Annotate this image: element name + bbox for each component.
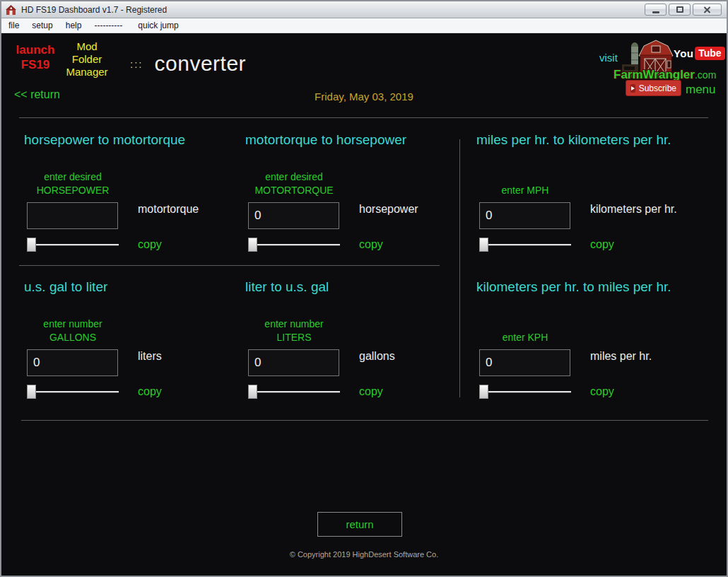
converter-section: motortorque to horsepower enter desired …: [241, 132, 457, 265]
divider-middle-left: [19, 265, 440, 266]
copy-link[interactable]: copy: [590, 385, 614, 398]
copy-link[interactable]: copy: [359, 385, 383, 398]
page-title-block: ::: converter: [130, 48, 246, 79]
maximize-icon: [676, 6, 683, 13]
menu-help[interactable]: help: [60, 19, 88, 32]
minimize-icon: [652, 11, 659, 13]
slider-thumb[interactable]: [248, 238, 257, 252]
converter-prompt-label: enter desired HORSEPOWER: [27, 165, 119, 197]
menu-bar: file setup help ---------- quick jump: [1, 18, 727, 33]
converter-prompt-label: enter MPH: [479, 165, 571, 197]
maximize-button[interactable]: [669, 4, 691, 16]
converter-output-label: miles per hr.: [590, 350, 652, 363]
converter-output-label: motortorque: [138, 203, 199, 216]
slider-track[interactable]: [479, 391, 571, 393]
slider-thumb[interactable]: [479, 238, 488, 252]
converter-section: u.s. gal to liter enter number GALLONS l…: [20, 279, 235, 412]
menu-separator: ----------: [88, 19, 128, 32]
menu-setup[interactable]: setup: [26, 19, 58, 32]
slider-track[interactable]: [27, 244, 119, 246]
youtube-tube-badge: Tube: [695, 47, 724, 60]
slider-track[interactable]: [248, 244, 340, 246]
app-window: HD FS19 Dashboard v1.7 - Registered file…: [0, 0, 728, 577]
converter-page: launch FS19 Mod Folder Manager ::: conve…: [1, 33, 727, 576]
converter-title: u.s. gal to liter: [24, 279, 107, 295]
slider-thumb[interactable]: [27, 385, 36, 399]
current-date: Friday, May 03, 2019: [1, 91, 727, 103]
converter-section: liter to u.s. gal enter number LITERS ga…: [241, 279, 457, 412]
converter-output-label: kilometers per hr.: [590, 203, 677, 216]
converter-title: motortorque to horsepower: [245, 132, 406, 148]
converter-slider[interactable]: [27, 238, 119, 252]
copy-link[interactable]: copy: [138, 238, 162, 251]
converter-output-label: liters: [138, 350, 162, 363]
window-title: HD FS19 Dashboard v1.7 - Registered: [21, 5, 645, 15]
app-barn-icon: [5, 4, 17, 16]
copyright-text: © Copyright 2019 HighDesert Software Co.: [1, 550, 727, 559]
converter-prompt-label: enter number LITERS: [248, 312, 340, 344]
converter-value-input[interactable]: [248, 349, 339, 376]
converter-prompt-label: enter KPH: [479, 312, 571, 344]
converter-slider[interactable]: [248, 238, 340, 252]
divider-top: [19, 117, 708, 118]
title-bar: HD FS19 Dashboard v1.7 - Registered: [1, 1, 727, 18]
mod-folder-manager-link[interactable]: Mod Folder Manager: [65, 40, 109, 78]
copy-link[interactable]: copy: [590, 238, 614, 251]
slider-track[interactable]: [27, 391, 119, 393]
return-button[interactable]: return: [317, 512, 402, 537]
slider-thumb[interactable]: [248, 385, 257, 399]
divider-bottom: [21, 420, 708, 421]
converter-prompt-label: enter number GALLONS: [27, 312, 119, 344]
menu-quick-jump[interactable]: quick jump: [132, 19, 184, 32]
close-button[interactable]: [693, 4, 722, 16]
converter-section: kilometers per hr. to miles per hr. ente…: [472, 279, 723, 412]
converter-value-input[interactable]: [479, 349, 570, 376]
converter-title: miles per hr. to kilometers per hr.: [476, 132, 671, 148]
converter-value-input[interactable]: [27, 349, 118, 376]
page-title: converter: [155, 52, 247, 76]
converter-slider[interactable]: [27, 385, 119, 399]
converter-slider[interactable]: [479, 238, 571, 252]
page-title-prefix: :::: [130, 58, 143, 70]
converter-value-input[interactable]: [27, 202, 118, 229]
minimize-button[interactable]: [645, 4, 667, 16]
converter-title: kilometers per hr. to miles per hr.: [476, 279, 671, 295]
converter-slider[interactable]: [248, 385, 340, 399]
slider-thumb[interactable]: [479, 385, 488, 399]
converter-output-label: gallons: [359, 350, 395, 363]
menu-file[interactable]: file: [3, 19, 25, 32]
copy-link[interactable]: copy: [359, 238, 383, 251]
converter-section: horsepower to motortorque enter desired …: [20, 132, 235, 265]
close-icon: [703, 6, 711, 13]
converter-title: liter to u.s. gal: [245, 279, 329, 295]
converter-value-input[interactable]: [479, 202, 570, 229]
divider-vertical: [459, 139, 460, 397]
converter-slider[interactable]: [479, 385, 571, 399]
slider-track[interactable]: [248, 391, 340, 393]
converter-prompt-label: enter desired MOTORTORQUE: [248, 165, 340, 197]
farmwrangler-suffix: .com: [695, 69, 716, 81]
converter-section: miles per hr. to kilometers per hr. ente…: [472, 132, 723, 265]
youtube-logo: You Tube: [674, 47, 725, 60]
slider-thumb[interactable]: [27, 238, 36, 252]
copy-link[interactable]: copy: [138, 385, 162, 398]
visit-label: visit: [599, 52, 618, 64]
converter-value-input[interactable]: [248, 202, 339, 229]
youtube-you-text: You: [674, 47, 693, 59]
slider-track[interactable]: [479, 244, 571, 246]
launch-fs19-link[interactable]: launch FS19: [11, 42, 59, 73]
converter-title: horsepower to motortorque: [24, 132, 185, 148]
converter-output-label: horsepower: [359, 203, 418, 216]
